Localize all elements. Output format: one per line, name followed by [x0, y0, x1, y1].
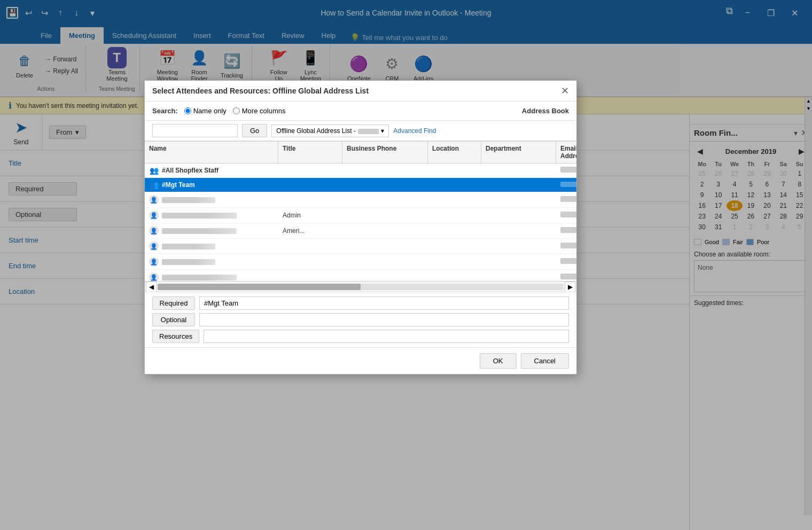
table-row-7[interactable]: 👤 blurred name hidden@email.com [145, 254, 576, 270]
radio-name-only-label: Name only [193, 107, 227, 115]
radio-name-only-input[interactable] [184, 107, 191, 114]
radio-more-columns-input[interactable] [233, 107, 240, 114]
table-row[interactable]: 👥 #All Shopflex Staff hidden@email.com [145, 163, 576, 178]
cell-name-8: 👤 blurred mainbox [145, 270, 278, 281]
person-icon-3: 👤 [149, 195, 159, 205]
email-7-blurred: hidden@email.com [560, 258, 576, 264]
name-blurred-6: blurred name [162, 244, 215, 250]
cell-loc-5 [428, 228, 481, 233]
name-blurred-4: blurred Admin [162, 213, 237, 219]
go-button[interactable]: Go [242, 124, 267, 137]
cell-phone-6 [342, 244, 428, 249]
row-icon-mgt: 👥 #Mgt Team [149, 181, 195, 189]
email-3-blurred: hidden@email.com [560, 196, 576, 202]
cell-phone-mgt [342, 182, 428, 188]
col-location[interactable]: Location [428, 142, 481, 163]
ok-button[interactable]: OK [480, 353, 517, 369]
cell-dept-3 [481, 197, 556, 202]
cell-name-mgt: 👥 #Mgt Team [145, 178, 278, 192]
cell-location-mgt [428, 182, 481, 188]
optional-bottom-button[interactable]: Optional [152, 313, 195, 326]
cell-email-mgt [556, 178, 576, 191]
hscroll-left-btn[interactable]: ◀ [146, 282, 157, 292]
cell-name-7: 👤 blurred name [145, 254, 278, 269]
col-name[interactable]: Name [145, 142, 278, 163]
col-dept[interactable]: Department [481, 142, 556, 163]
cell-dept-5 [481, 228, 556, 233]
cell-loc-7 [428, 259, 481, 264]
row-icon-5: 👤 blurred Ameri [149, 226, 237, 236]
cell-loc-4 [428, 213, 481, 218]
hscroll-thumb [158, 284, 361, 290]
row-icon-7: 👤 blurred name [149, 257, 215, 267]
cell-title [278, 168, 342, 173]
dialog-actions: OK Cancel [145, 347, 576, 374]
dialog-bottom-fields: Required Optional Resources [145, 292, 576, 347]
required-bottom-input[interactable] [199, 297, 569, 310]
cell-title-3 [278, 197, 342, 202]
cell-loc-8 [428, 275, 481, 280]
radio-more-columns[interactable]: More columns [233, 107, 286, 115]
table-body: 👥 #All Shopflex Staff hidden@email.com [145, 163, 576, 281]
optional-bottom-row: Optional [152, 313, 569, 326]
table-row-mgt-team[interactable]: 👥 #Mgt Team [145, 178, 576, 192]
col-email[interactable]: Email Address [556, 142, 576, 163]
cell-dept-8 [481, 275, 556, 280]
name-blurred-7: blurred name [162, 259, 215, 265]
cell-title-7 [278, 259, 342, 264]
dialog-titlebar: Select Attendees and Resources: Offline … [145, 81, 576, 102]
cell-title-mgt [278, 182, 342, 188]
table-row-8[interactable]: 👤 blurred mainbox hidden@email.com [145, 270, 576, 281]
person-icon-5: 👤 [149, 226, 159, 236]
hscroll-track[interactable] [158, 284, 564, 290]
advanced-find-link[interactable]: Advanced Find [393, 127, 436, 135]
address-dropdown-chevron: ▾ [381, 127, 384, 135]
cell-phone [342, 168, 428, 173]
email-mgt-blurred [560, 182, 576, 187]
cell-loc-3 [428, 197, 481, 202]
cell-name-5: 👤 blurred Ameri [145, 223, 278, 238]
row-icon-3: 👤 blurred name [149, 195, 215, 205]
address-book-dropdown[interactable]: Offline Global Address List - ▾ [271, 124, 389, 137]
table-row-6[interactable]: 👤 blurred name hidden@email.com [145, 239, 576, 254]
cell-name-6: 👤 blurred name [145, 239, 278, 254]
row-icon-4: 👤 blurred Admin [149, 211, 237, 220]
radio-group: Name only More columns [184, 107, 286, 115]
group-icon: 👥 [149, 166, 159, 175]
cell-phone-4 [342, 213, 428, 218]
optional-bottom-input[interactable] [199, 313, 569, 326]
horizontal-scrollbar[interactable]: ◀ ▶ [145, 281, 576, 292]
radio-name-only[interactable]: Name only [184, 107, 227, 115]
person-icon-8: 👤 [149, 272, 159, 281]
radio-more-columns-label: More columns [242, 107, 286, 115]
name-blurred-3: blurred name [162, 197, 215, 203]
cell-dept-mgt [481, 182, 556, 188]
search-input[interactable] [152, 124, 238, 137]
required-bottom-row: Required [152, 297, 569, 310]
cell-phone-5 [342, 228, 428, 233]
row-icon-6: 👤 blurred name [149, 241, 215, 251]
cell-title-5: Ameri... [278, 224, 342, 237]
search-input-row: Go Offline Global Address List - ▾ Advan… [145, 121, 576, 141]
search-label: Search: [152, 107, 178, 115]
table-row-4[interactable]: 👤 blurred Admin Admin hidden@email.com [145, 208, 576, 223]
required-bottom-button[interactable]: Required [152, 297, 195, 310]
cell-loc-6 [428, 244, 481, 249]
hscroll-right-btn[interactable]: ▶ [565, 282, 575, 292]
table-row-5[interactable]: 👤 blurred Ameri Ameri... hidden@email.co… [145, 223, 576, 239]
cancel-button[interactable]: Cancel [521, 353, 569, 369]
name-blurred-5: blurred Ameri [162, 228, 237, 234]
cell-dept-7 [481, 259, 556, 264]
cell-email-8: hidden@email.com [556, 271, 576, 281]
resources-bottom-input[interactable] [204, 330, 569, 343]
cell-email: hidden@email.com [556, 164, 576, 177]
resources-bottom-button[interactable]: Resources [152, 330, 199, 343]
group-icon-mgt: 👥 [149, 181, 159, 189]
dialog-close-button[interactable]: ✕ [561, 86, 569, 96]
cell-title-4: Admin [278, 209, 342, 222]
col-phone[interactable]: Business Phone [342, 142, 428, 163]
select-attendees-dialog: Select Attendees and Resources: Offline … [144, 80, 577, 375]
address-book-value-blurred [358, 127, 379, 134]
table-row-3[interactable]: 👤 blurred name hidden@email.com [145, 192, 576, 208]
col-title[interactable]: Title [278, 142, 342, 163]
